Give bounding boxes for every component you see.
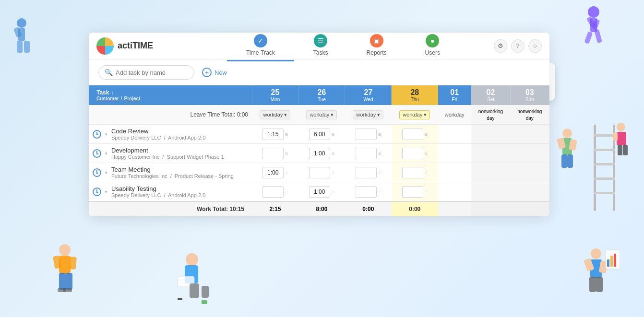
table-header-row: Task ↓ Customer / Project 25 Mon 26 Tue xyxy=(89,85,549,105)
day-name-27: Wed xyxy=(349,97,387,102)
time-input-cr-27[interactable] xyxy=(356,129,377,140)
svg-rect-33 xyxy=(589,277,596,292)
user-avatar-btn[interactable]: ○ xyxy=(528,39,542,53)
time-input-dev-26[interactable] xyxy=(309,148,330,159)
eq-dev-28: ≡ xyxy=(425,151,428,156)
nav-item-timetrack[interactable]: ✓ Time-Track xyxy=(227,33,294,61)
svg-rect-41 xyxy=(178,276,194,287)
task-chevron-3[interactable]: ▾ xyxy=(105,170,107,175)
task-name-usability: Usability Testing xyxy=(111,185,205,192)
time-input-cr-25[interactable] xyxy=(262,129,284,140)
svg-rect-43 xyxy=(202,286,209,298)
project-link[interactable]: Project xyxy=(124,96,140,101)
svg-rect-35 xyxy=(606,250,620,269)
col-header-28: 28 Thu xyxy=(392,85,438,105)
time-cell-dev-28: ≡ xyxy=(392,144,438,163)
decoration-figure-right-ladder xyxy=(586,115,634,221)
eq-ut-28: ≡ xyxy=(425,189,428,195)
time-input-tm-28[interactable] xyxy=(402,167,423,178)
eq-dev-25: ≡ xyxy=(285,151,288,156)
eq-tm-25: ≡ xyxy=(285,170,288,176)
new-btn-icon: + xyxy=(202,68,212,77)
svg-rect-8 xyxy=(13,27,22,38)
time-input-tm-25[interactable] xyxy=(262,167,284,178)
tasks-icon: ☰ xyxy=(314,34,327,47)
nav-item-reports-label: Reports xyxy=(367,49,387,56)
eq-dev-27: ≡ xyxy=(378,151,381,156)
svg-rect-5 xyxy=(594,29,602,43)
total-01 xyxy=(438,201,471,216)
nav-right-controls: ⚙ ? ○ xyxy=(494,39,542,53)
time-input-ut-25[interactable] xyxy=(262,186,284,198)
task-info-code-review: ▾ Code Review Speedy Delivery LLC / Andr… xyxy=(89,125,252,144)
time-cell-tm-03 xyxy=(510,163,549,182)
svg-rect-16 xyxy=(594,177,615,180)
task-chevron-4[interactable]: ▾ xyxy=(105,189,107,194)
svg-point-18 xyxy=(617,123,625,131)
time-cell-cr-01 xyxy=(438,125,471,144)
decoration-figure-topleft-person xyxy=(5,14,38,62)
help-btn[interactable]: ? xyxy=(511,39,525,53)
header-divider: / xyxy=(121,96,122,101)
time-cell-cr-27: ≡ xyxy=(345,125,392,144)
eq-tm-28: ≡ xyxy=(425,170,428,176)
task-row-code-review: ▾ Code Review Speedy Delivery LLC / Andr… xyxy=(89,125,549,144)
task-chevron-2[interactable]: ▾ xyxy=(105,151,107,156)
eq-cr-27: ≡ xyxy=(378,131,381,137)
svg-rect-37 xyxy=(610,256,613,267)
time-input-ut-28[interactable] xyxy=(402,186,423,198)
time-input-dev-27[interactable] xyxy=(356,148,377,159)
col-header-02: 02 Sat xyxy=(471,85,510,105)
day-num-27: 27 xyxy=(349,88,387,97)
nav-item-reports[interactable]: ▣ Reports xyxy=(347,33,406,61)
nav-item-users[interactable]: ● Users xyxy=(406,33,459,61)
time-input-ut-26[interactable] xyxy=(309,186,330,198)
time-input-cr-28[interactable] xyxy=(402,129,423,140)
svg-rect-34 xyxy=(596,277,603,292)
time-cell-ut-25: ≡ xyxy=(252,182,298,202)
eq-cr-28: ≡ xyxy=(425,131,428,137)
customer-link[interactable]: Customer xyxy=(96,96,119,101)
day-name-02: Sat xyxy=(475,97,506,102)
svg-rect-13 xyxy=(594,134,615,137)
puzzle-icon-btn[interactable]: ⚙ xyxy=(494,39,507,53)
timer-icon-1 xyxy=(93,130,101,139)
time-cell-dev-27: ≡ xyxy=(345,144,392,163)
workday-badge-25[interactable]: workday ▾ xyxy=(260,110,290,119)
nav-logo: actiTIME xyxy=(96,37,192,55)
nav-item-tasks[interactable]: ☰ Tasks xyxy=(294,33,347,61)
time-input-ut-27[interactable] xyxy=(356,186,377,198)
time-input-tm-26[interactable] xyxy=(309,167,330,178)
task-row-usability: ▾ Usability Testing Speedy Delivery LLC … xyxy=(89,182,549,202)
svg-rect-17 xyxy=(594,192,615,194)
col-header-03: 03 Sun xyxy=(510,85,549,105)
total-03 xyxy=(510,201,549,216)
time-input-dev-28[interactable] xyxy=(402,148,423,159)
logo-icon xyxy=(96,37,114,55)
workday-badge-28[interactable]: workday ▾ xyxy=(399,110,430,119)
timetrack-icon: ✓ xyxy=(254,34,267,47)
new-button[interactable]: + New xyxy=(202,68,227,77)
work-total-value: 10:15 xyxy=(229,206,244,212)
svg-rect-42 xyxy=(190,283,199,298)
search-box[interactable]: 🔍 xyxy=(98,65,194,80)
workday-badge-26[interactable]: workday ▾ xyxy=(306,110,337,119)
time-input-tm-27[interactable] xyxy=(356,167,377,178)
day-name-28: Thu xyxy=(395,97,434,102)
svg-rect-51 xyxy=(66,273,72,290)
work-total-label: Work Total: xyxy=(197,206,229,212)
day-name-01: Fri xyxy=(442,97,467,102)
nav-bar: actiTIME ✓ Time-Track ☰ Tasks ▣ Reports … xyxy=(89,33,549,59)
eq-tm-26: ≡ xyxy=(332,170,334,176)
leave-label: Leave Time Total: 0:00 xyxy=(89,105,252,125)
time-input-cr-26[interactable] xyxy=(309,129,330,140)
time-table: Task ↓ Customer / Project 25 Mon 26 Tue xyxy=(89,85,549,216)
search-input[interactable] xyxy=(116,69,183,76)
leave-cell-03: nonworkingday xyxy=(510,105,549,125)
time-cell-tm-27: ≡ xyxy=(345,163,392,182)
time-cell-cr-26: ≡ xyxy=(298,125,345,144)
time-input-dev-25[interactable] xyxy=(262,148,284,159)
sort-indicator: ↓ xyxy=(111,89,114,96)
workday-badge-27[interactable]: workday ▾ xyxy=(353,110,383,119)
task-chevron-1[interactable]: ▾ xyxy=(105,132,107,137)
